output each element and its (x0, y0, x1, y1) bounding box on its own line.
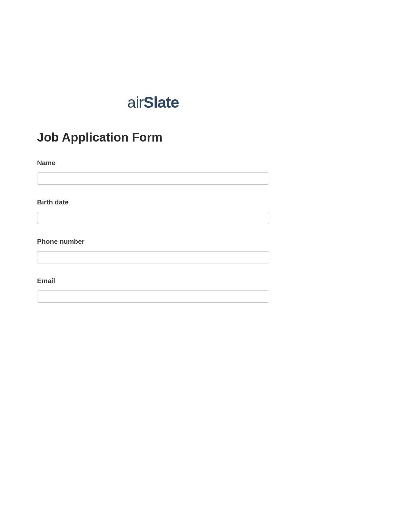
airslate-logo: airSlate (92, 94, 214, 111)
email-input[interactable] (37, 291, 269, 303)
form-title: Job Application Form (37, 131, 269, 144)
form-container: airSlate Job Application Form Name Birth… (37, 94, 269, 316)
birthdate-label: Birth date (37, 198, 269, 206)
logo-part-air: air (127, 94, 143, 111)
email-label: Email (37, 277, 269, 285)
phone-label: Phone number (37, 238, 269, 245)
name-label: Name (37, 159, 269, 167)
phone-input[interactable] (37, 251, 269, 263)
form-field-birthdate: Birth date (37, 198, 269, 224)
birthdate-input[interactable] (37, 212, 269, 224)
form-field-phone: Phone number (37, 238, 269, 263)
form-field-email: Email (37, 277, 269, 303)
logo-text: airSlate (127, 94, 179, 111)
name-input[interactable] (37, 172, 269, 185)
logo-part-slate: Slate (143, 94, 179, 111)
form-field-name: Name (37, 159, 269, 185)
